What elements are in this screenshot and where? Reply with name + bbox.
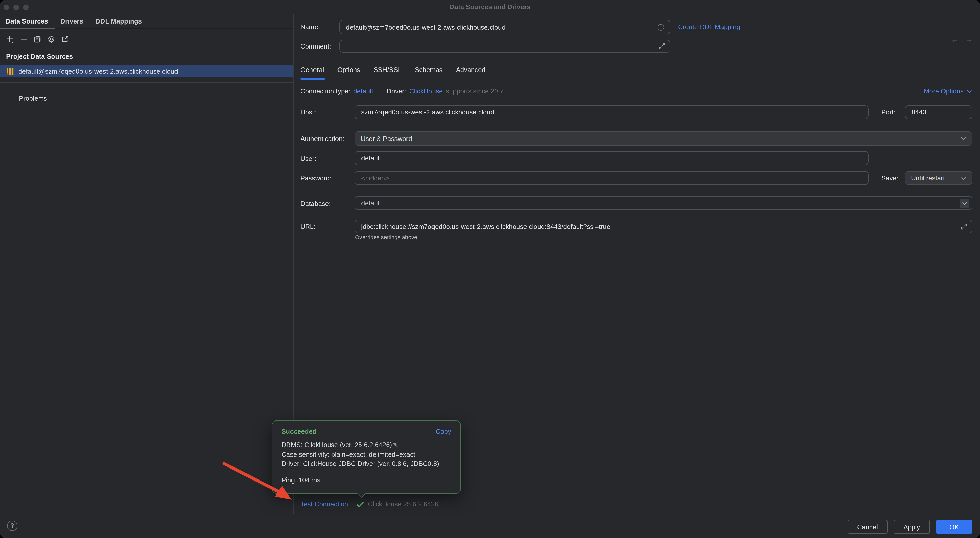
edit-pencil-icon[interactable]: ✎ (393, 441, 398, 449)
forward-arrow-icon[interactable]: → (965, 35, 973, 43)
status-badge: Succeeded (282, 428, 317, 435)
data-source-name: default@szm7oqed0o.us-west-2.aws.clickho… (18, 67, 178, 75)
user-input[interactable] (355, 154, 868, 162)
duplicate-icon[interactable] (34, 35, 41, 43)
chevron-down-icon (961, 177, 966, 180)
chevron-down-icon (967, 90, 972, 93)
test-connection-result-popup: Succeeded Copy DBMS: ClickHouse (ver. 25… (272, 420, 461, 493)
url-label: URL: (301, 223, 315, 231)
sidebar-tab-bar: Data Sources Drivers DDL Mappings (0, 14, 293, 29)
sidebar-splitter[interactable] (0, 82, 293, 83)
remove-icon[interactable] (20, 35, 28, 43)
comment-field-wrap (339, 40, 670, 53)
more-options-link[interactable]: More Options (924, 88, 972, 95)
tab-general[interactable]: General (301, 66, 324, 73)
connection-status-text: ClickHouse 25.6.2.6426 (368, 500, 438, 508)
driver-line: Driver: ClickHouse JDBC Driver (ver. 0.8… (282, 459, 451, 469)
sidebar-active-tab-indicator (0, 28, 55, 29)
popup-caret (357, 489, 366, 498)
cancel-button[interactable]: Cancel (847, 520, 888, 534)
expand-icon[interactable] (659, 43, 665, 49)
name-input[interactable] (340, 23, 658, 31)
driver-value-link[interactable]: ClickHouse (409, 88, 443, 95)
tab-ssh-ssl[interactable]: SSH/SSL (374, 66, 402, 73)
port-field-wrap (905, 105, 972, 119)
database-field-wrap (355, 196, 972, 210)
host-field-wrap (355, 105, 869, 119)
port-input[interactable] (905, 108, 972, 116)
success-check-icon (356, 502, 364, 507)
window-title: Data Sources and Drivers (0, 3, 980, 11)
open-in-new-icon[interactable] (61, 35, 69, 43)
tab-advanced[interactable]: Advanced (456, 66, 485, 73)
database-label: Database: (301, 200, 331, 207)
host-label: Host: (301, 108, 316, 116)
authentication-select[interactable]: User & Password (355, 131, 972, 146)
database-input[interactable] (355, 199, 972, 207)
authentication-label: Authentication: (301, 135, 344, 143)
chevron-down-icon (962, 202, 967, 205)
connection-type-value-link[interactable]: default (353, 88, 373, 95)
back-arrow-icon[interactable]: ← (951, 35, 959, 43)
url-input[interactable] (355, 223, 961, 231)
history-nav: ← → (951, 33, 973, 45)
data-sources-dialog: Data Sources and Drivers Data Sources Dr… (0, 0, 980, 538)
url-field-wrap (355, 220, 972, 234)
url-note: Overrides settings above (355, 234, 417, 240)
user-label: User: (301, 155, 316, 162)
case-sensitivity-line: Case sensitivity: plain=exact, delimited… (282, 450, 451, 459)
save-label: Save: (881, 174, 899, 182)
data-source-list-item[interactable]: default@szm7oqed0o.us-west-2.aws.clickho… (0, 65, 293, 77)
chevron-down-icon (961, 137, 966, 140)
add-icon[interactable] (6, 35, 14, 43)
ping-line: Ping: 104 ms (282, 476, 451, 485)
test-connection-link[interactable]: Test Connection (301, 500, 348, 508)
password-label: Password: (301, 174, 331, 182)
database-dropdown-button[interactable] (959, 199, 969, 208)
comment-label: Comment: (301, 42, 331, 50)
dialog-buttons: Cancel Apply OK (847, 520, 972, 534)
dbms-line: DBMS: ClickHouse (ver. 25.6.2.6426)✎ (282, 441, 451, 450)
tab-schemas[interactable]: Schemas (415, 66, 442, 73)
tab-drivers[interactable]: Drivers (60, 18, 83, 25)
help-icon[interactable]: ? (7, 520, 18, 531)
save-select[interactable]: Until restart (905, 171, 972, 185)
password-input[interactable] (355, 174, 868, 182)
expand-icon[interactable] (961, 223, 967, 230)
password-field-wrap (355, 171, 869, 185)
tab-data-sources[interactable]: Data Sources (6, 18, 48, 25)
name-field-wrap (339, 20, 670, 34)
comment-input[interactable] (340, 42, 659, 50)
driver-label: Driver: (387, 88, 406, 95)
problems-section-label[interactable]: Problems (19, 94, 47, 102)
copy-link[interactable]: Copy (436, 428, 451, 435)
tab-divider (294, 80, 980, 80)
user-field-wrap (355, 151, 869, 165)
name-label: Name: (301, 23, 320, 31)
settings-gear-icon[interactable] (48, 35, 55, 43)
clickhouse-icon (6, 67, 14, 75)
sidebar-toolbar (0, 33, 293, 45)
project-data-sources-header: Project Data Sources (6, 53, 73, 60)
tab-ddl-mappings[interactable]: DDL Mappings (95, 18, 142, 25)
create-ddl-mapping-link[interactable]: Create DDL Mapping (678, 23, 740, 31)
apply-button[interactable]: Apply (894, 520, 930, 534)
footer-divider (0, 514, 980, 514)
ok-button[interactable]: OK (936, 520, 972, 534)
host-input[interactable] (355, 108, 868, 116)
annotation-arrow (0, 0, 980, 538)
data-source-color-icon[interactable] (658, 24, 664, 30)
port-label: Port: (881, 108, 896, 116)
driver-note: supports since 20.7 (446, 88, 503, 95)
connection-type-row: Connection type: default Driver: ClickHo… (301, 88, 504, 95)
tab-options[interactable]: Options (337, 66, 361, 73)
form-tab-bar: General Options SSH/SSL Schemas Advanced (301, 66, 485, 73)
connection-type-label: Connection type: (301, 88, 350, 95)
